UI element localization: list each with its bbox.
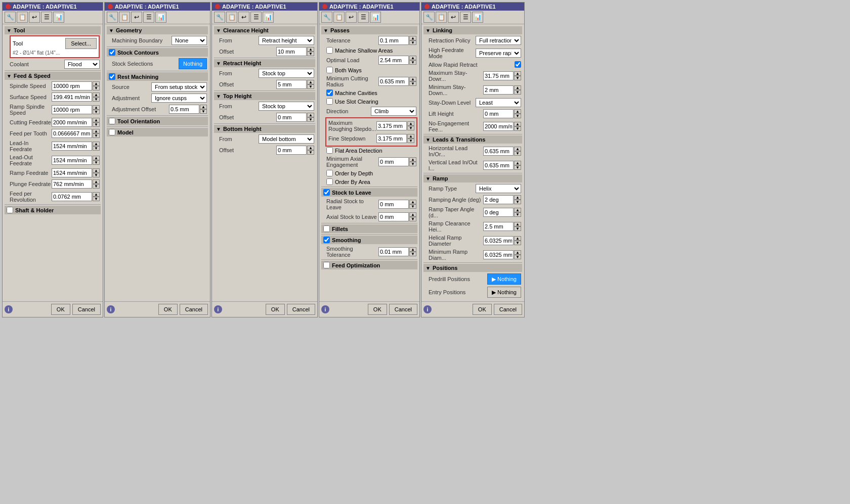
maxstay-down[interactable]: ▼	[514, 76, 521, 80]
p2-tb-2[interactable]: 📋	[119, 12, 130, 23]
predrill-nothing-btn[interactable]: ▶ Nothing	[487, 273, 521, 285]
plunge-up[interactable]: ▲	[93, 179, 100, 184]
bottom-up[interactable]: ▲	[307, 146, 314, 150]
allow-rapid-check[interactable]	[515, 61, 521, 68]
p2-tb-1[interactable]: 🔧	[107, 12, 118, 23]
axial-down[interactable]: ▼	[409, 217, 416, 221]
finestep-down[interactable]: ▼	[407, 139, 414, 143]
coolant-select[interactable]: Flood	[64, 60, 100, 69]
spindle-speed-input[interactable]	[52, 81, 92, 90]
ramp-feedrate-input[interactable]	[52, 168, 92, 177]
radial-stock-input[interactable]	[378, 200, 409, 209]
optload-down[interactable]: ▼	[409, 60, 416, 65]
clear-offset-up[interactable]: ▲	[307, 47, 314, 52]
leadout-input[interactable]	[52, 156, 92, 165]
section-ramp-header[interactable]: ▼ Ramp	[423, 174, 522, 182]
p5-tb-3[interactable]: ↩	[448, 12, 459, 23]
p5-tb-4[interactable]: ☰	[460, 12, 471, 23]
panel5-info-btn[interactable]: i	[423, 305, 432, 313]
leadin-input[interactable]	[52, 142, 92, 151]
panel3-ok-btn[interactable]: OK	[266, 304, 285, 315]
panel1-cancel-btn[interactable]: Cancel	[72, 304, 101, 315]
maxrough-up[interactable]: ▲	[407, 121, 414, 126]
p2-tb-3[interactable]: ↩	[131, 12, 142, 23]
top-down[interactable]: ▼	[307, 117, 314, 122]
adj-up[interactable]: ▲	[200, 105, 207, 109]
max-roughing-input[interactable]	[376, 121, 407, 130]
feed-per-tooth-input[interactable]	[52, 129, 92, 138]
adj-offset-input[interactable]	[169, 105, 199, 114]
panel1-info-btn[interactable]: i	[5, 305, 13, 313]
section-clearance-header[interactable]: ▼ Clearance Height	[214, 26, 315, 34]
section-linking-header[interactable]: ▼ Linking	[423, 26, 522, 34]
tb-btn-2[interactable]: 📋	[17, 12, 28, 23]
minaxial-up[interactable]: ▲	[409, 157, 416, 162]
stock-contours-checkbox[interactable]	[109, 49, 115, 56]
leadout-down[interactable]: ▼	[93, 160, 100, 165]
clearance-from-select[interactable]: Retract height	[259, 36, 314, 45]
section-positions-header[interactable]: ▼ Positions	[423, 264, 522, 272]
fillets-checkbox[interactable]	[323, 225, 330, 232]
top-up[interactable]: ▲	[307, 113, 314, 117]
source-select[interactable]: From setup stock	[151, 82, 207, 91]
section-geometry-header[interactable]: ▼ Geometry	[107, 26, 208, 34]
p3-tb-3[interactable]: ↩	[238, 12, 249, 23]
adj-down[interactable]: ▼	[200, 109, 207, 114]
fpr-up[interactable]: ▲	[93, 192, 100, 197]
minstay-down[interactable]: ▼	[514, 90, 521, 95]
tol-down[interactable]: ▼	[409, 40, 416, 45]
tb-btn-5[interactable]: 📊	[53, 12, 64, 23]
tolerance-input[interactable]	[378, 36, 409, 45]
section-feedspeed-header[interactable]: ▼ Feed & Speed	[5, 72, 101, 80]
p3-tb-2[interactable]: 📋	[226, 12, 237, 23]
maxstay-up[interactable]: ▲	[514, 71, 521, 76]
direction-select[interactable]: Climb	[371, 107, 416, 116]
section-top-header[interactable]: ▼ Top Height	[214, 92, 315, 100]
stay-down-level-select[interactable]: Least	[476, 98, 521, 107]
vert-lead-input[interactable]	[483, 161, 514, 170]
retract-up[interactable]: ▲	[307, 80, 314, 84]
no-engage-input[interactable]	[483, 122, 514, 131]
max-stay-down-input[interactable]	[483, 71, 514, 80]
p4-tb-4[interactable]: ☰	[358, 12, 369, 23]
tool-orient-checkbox[interactable]	[109, 118, 115, 124]
panel4-ok-btn[interactable]: OK	[368, 304, 387, 315]
panel3-info-btn[interactable]: i	[214, 305, 222, 313]
machine-cavities-check[interactable]	[326, 89, 333, 96]
min-axial-input[interactable]	[378, 157, 409, 166]
ramp-angle-input[interactable]	[483, 195, 514, 204]
noengage-down[interactable]: ▼	[514, 126, 521, 131]
retract-from-select[interactable]: Stock top	[259, 69, 314, 78]
liftheight-down[interactable]: ▼	[514, 114, 521, 118]
minramp-up[interactable]: ▲	[514, 250, 521, 255]
ramptaper-down[interactable]: ▼	[514, 212, 521, 217]
rampclear-down[interactable]: ▼	[514, 226, 521, 231]
stock-nothing-btn[interactable]: Nothing	[179, 58, 207, 69]
helical-ramp-input[interactable]	[483, 236, 514, 245]
flat-area-check[interactable]	[326, 147, 333, 154]
retract-offset-input[interactable]	[276, 80, 307, 89]
rest-machining-checkbox[interactable]	[109, 73, 115, 80]
panel3-cancel-btn[interactable]: Cancel	[287, 304, 315, 315]
tb-btn-4[interactable]: ☰	[41, 12, 52, 23]
section-tool-header[interactable]: ▼ Tool	[5, 26, 101, 34]
bottom-from-select[interactable]: Model bottom	[259, 134, 314, 144]
machine-shallow-check[interactable]	[326, 47, 333, 54]
section-leads-header[interactable]: ▼ Leads & Transitions	[423, 135, 522, 144]
model-checkbox[interactable]	[109, 129, 115, 135]
rampangle-up[interactable]: ▲	[514, 195, 521, 200]
smoothing-tol-input[interactable]	[378, 247, 409, 256]
minstay-up[interactable]: ▲	[514, 85, 521, 90]
spindle-up[interactable]: ▲	[93, 81, 100, 86]
fine-stepdown-input[interactable]	[376, 134, 407, 143]
min-cutting-input[interactable]	[378, 77, 409, 86]
order-area-check[interactable]	[326, 178, 333, 185]
panel5-cancel-btn[interactable]: Cancel	[494, 304, 522, 315]
tb-btn-3[interactable]: ↩	[29, 12, 40, 23]
ramp-feed-up[interactable]: ▲	[93, 168, 100, 173]
vertlead-down[interactable]: ▼	[514, 165, 521, 170]
finestep-up[interactable]: ▲	[407, 134, 414, 139]
plunge-input[interactable]	[52, 179, 92, 189]
helicalramp-down[interactable]: ▼	[514, 241, 521, 245]
p2-tb-5[interactable]: 📊	[155, 12, 166, 23]
